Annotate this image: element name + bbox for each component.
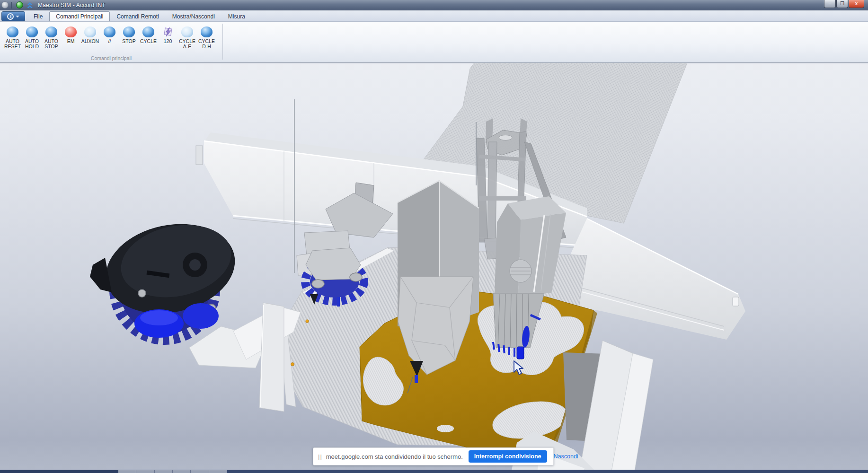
em-button[interactable]: EM	[61, 25, 80, 49]
tab-comandi-remoti[interactable]: Comandi Remoti	[110, 11, 165, 21]
3d-machine-viewport[interactable]	[0, 63, 868, 473]
ribbon-tab-row: File Comandi Principali Comandi Remoti M…	[0, 10, 868, 22]
tool-holder-pocket	[312, 280, 324, 288]
title-bar: Maestro SIM - Accord INT – ❐ x	[0, 0, 868, 10]
meet-share-message: meet.google.com sta condividendo il tuo …	[326, 453, 463, 460]
taskbar-buttons	[118, 470, 227, 473]
taskbar-edge[interactable]	[0, 470, 868, 473]
blue-cone-tool	[183, 303, 219, 329]
tab-mostra-nascondi[interactable]: Mostra/Nascondi	[166, 11, 221, 21]
separator	[11, 2, 12, 9]
rail-stop-dot	[291, 363, 294, 366]
light-blue-orb-icon	[84, 26, 96, 37]
restore-button[interactable]: ❐	[836, 0, 848, 8]
quick-access-green-orb-icon[interactable]	[16, 1, 23, 9]
blue-orb-icon	[26, 26, 38, 37]
group-separator	[222, 24, 223, 60]
blue-orb-icon	[201, 26, 213, 37]
tool-holder-pocket	[350, 273, 362, 281]
bed-end-tab	[733, 297, 739, 306]
application-menu-button[interactable]	[1, 11, 25, 21]
purple-lightning-icon	[162, 26, 174, 37]
auto-stop-button[interactable]: AUTO STOP	[42, 25, 61, 49]
stop-button[interactable]: STOP	[119, 25, 139, 49]
cycle-d-h-button[interactable]: CYCLE D-H	[197, 25, 216, 49]
blue-orb-icon	[123, 26, 135, 37]
auto-reset-button[interactable]: AUTO RESET	[3, 25, 22, 49]
light-blue-orb-icon	[181, 26, 193, 37]
close-button[interactable]: x	[849, 0, 864, 8]
tab-comandi-principali[interactable]: Comandi Principali	[49, 11, 110, 21]
auto-hold-button[interactable]: AUTO HOLD	[22, 25, 42, 49]
ribbon: AUTO RESET AUTO HOLD AUTO STOP EM AUXON	[0, 22, 868, 63]
cycle-button[interactable]: CYCLE	[139, 25, 158, 49]
blue-orb-icon	[104, 26, 115, 37]
app-emblem-icon	[7, 13, 14, 20]
auxon-button[interactable]: AUXON	[80, 25, 100, 49]
ribbon-group-comandi-principali: AUTO RESET AUTO HOLD AUTO STOP EM AUXON	[0, 22, 222, 62]
saw-blade-tool-disc	[90, 212, 243, 339]
bolt	[138, 289, 146, 297]
taskbar-segment	[0, 470, 118, 473]
red-orb-icon	[65, 26, 77, 37]
group-label: Comandi principali	[0, 55, 222, 61]
blue-orb-icon	[45, 26, 57, 37]
beam-end-bracket	[196, 146, 203, 165]
blue-orb-icon	[7, 26, 18, 37]
pause-icon: ||	[318, 453, 322, 460]
button-120[interactable]: 120	[158, 25, 177, 49]
maestro-sim-window: Maestro SIM - Accord INT – ❐ x File Coma…	[0, 0, 868, 473]
window-controls: – ❐ x	[824, 0, 864, 8]
blue-orb-icon	[142, 26, 154, 37]
chevron-down-icon	[16, 16, 19, 18]
app-icon[interactable]	[1, 1, 9, 9]
router-bit	[415, 375, 418, 383]
tab-misura[interactable]: Misura	[221, 11, 252, 21]
cycle-a-e-button[interactable]: CYCLE A-E	[177, 25, 197, 49]
hide-link[interactable]: Nascondi	[554, 453, 578, 460]
window-title: Maestro SIM - Accord INT	[38, 2, 106, 9]
slash-slash-button[interactable]: //	[100, 25, 119, 49]
meet-share-bar: || meet.google.com sta condividendo il t…	[313, 447, 554, 465]
tab-file[interactable]: File	[27, 11, 49, 21]
chevron-double-up-icon[interactable]	[26, 1, 34, 9]
minimize-button[interactable]: –	[824, 0, 836, 8]
stop-sharing-button[interactable]: Interrompi condivisione	[469, 450, 547, 463]
